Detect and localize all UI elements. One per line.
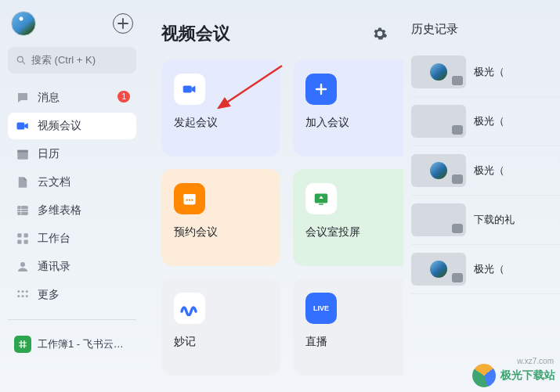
- camera-icon: [174, 74, 205, 105]
- history-panel: 历史记录 极光（ 极光（ 极光（ 下载的礼 极光（: [403, 0, 560, 392]
- svg-point-13: [17, 295, 20, 297]
- search-input[interactable]: 搜索 (Ctrl + K): [8, 47, 136, 74]
- sidebar-item-more[interactable]: 更多: [8, 282, 136, 308]
- workplace-icon: [16, 232, 30, 246]
- svg-point-22: [191, 200, 193, 201]
- card-label: 加入会议: [305, 116, 399, 130]
- sidebar-item-base[interactable]: 多维表格: [8, 197, 136, 224]
- svg-point-12: [26, 290, 28, 293]
- unread-badge: 1: [117, 91, 130, 102]
- svg-rect-3: [17, 150, 28, 153]
- search-icon: [16, 55, 27, 66]
- sidebar-item-label: 视频会议: [38, 119, 81, 133]
- card-label: 妙记: [174, 335, 268, 349]
- card-label: 发起会议: [174, 116, 268, 130]
- schedule-meeting-card[interactable]: 预约会议: [161, 169, 280, 266]
- cast-icon: [305, 183, 337, 214]
- history-item[interactable]: 极光（: [411, 97, 560, 146]
- sidebar-item-label: 消息: [38, 91, 60, 105]
- sidebar-item-label: 多维表格: [38, 203, 81, 218]
- card-label: 预约会议: [174, 225, 268, 239]
- history-label: 下载的礼: [474, 213, 515, 227]
- history-item[interactable]: 极光（: [411, 48, 560, 97]
- svg-rect-16: [18, 340, 27, 349]
- live-card[interactable]: LIVE 直播: [293, 279, 403, 376]
- svg-point-11: [22, 290, 24, 293]
- sidebar-item-video[interactable]: 视频会议: [8, 113, 136, 139]
- live-icon: LIVE: [305, 293, 337, 324]
- history-label: 极光（: [474, 262, 504, 276]
- minutes-icon: [174, 293, 205, 324]
- history-item[interactable]: 下载的礼: [411, 196, 560, 245]
- main-panel: 视频会议 发起会议 加入会议 预约会议: [144, 0, 403, 392]
- sidebar-item-label: 通讯录: [38, 260, 70, 274]
- svg-rect-1: [17, 123, 25, 130]
- sidebar-item-label: 云文档: [38, 175, 70, 189]
- card-label: 直播: [305, 335, 399, 349]
- svg-rect-4: [17, 206, 28, 215]
- svg-point-20: [186, 200, 188, 201]
- history-title: 历史记录: [411, 22, 560, 37]
- history-label: 极光（: [474, 164, 504, 178]
- minutes-card[interactable]: 妙记: [161, 279, 280, 376]
- history-list: 极光（ 极光（ 极光（ 下载的礼 极光（: [411, 48, 560, 294]
- svg-point-9: [20, 262, 25, 267]
- settings-button[interactable]: [370, 24, 389, 43]
- history-label: 极光（: [474, 114, 504, 128]
- svg-rect-6: [24, 233, 28, 237]
- base-icon: [16, 203, 30, 218]
- svg-point-15: [26, 295, 28, 297]
- plus-square-icon: [305, 74, 337, 105]
- live-badge-text: LIVE: [313, 304, 329, 312]
- history-item[interactable]: 极光（: [411, 245, 560, 294]
- more-icon: [16, 288, 30, 302]
- sidebar-item-label: 日历: [38, 147, 60, 161]
- sidebar: 搜索 (Ctrl + K) 消息 1 视频会议 日历: [0, 0, 144, 392]
- svg-rect-8: [24, 240, 28, 244]
- history-thumb: [411, 105, 466, 138]
- join-meeting-card[interactable]: 加入会议: [293, 59, 403, 156]
- meeting-cards: 发起会议 加入会议 预约会议 会议室投屏: [161, 59, 403, 382]
- contacts-icon: [16, 260, 30, 274]
- sidebar-item-contacts[interactable]: 通讯录: [8, 254, 136, 280]
- workbook-item[interactable]: 工作簿1 - 飞书云…: [8, 331, 136, 358]
- history-item[interactable]: 极光（: [411, 146, 560, 196]
- svg-point-10: [17, 290, 20, 293]
- add-button[interactable]: [113, 13, 133, 34]
- history-thumb: [411, 154, 466, 187]
- history-thumb: [411, 253, 466, 286]
- sidebar-item-label: 更多: [38, 288, 60, 302]
- spreadsheet-icon: [14, 336, 31, 353]
- divider: [8, 319, 136, 320]
- sidebar-item-messages[interactable]: 消息 1: [8, 85, 136, 111]
- svg-rect-24: [319, 203, 323, 204]
- history-label: 极光（: [474, 65, 504, 79]
- page-title: 视频会议: [161, 22, 230, 45]
- chat-icon: [16, 91, 30, 105]
- calendar-icon: [16, 147, 30, 161]
- watermark-text: 极光下载站: [500, 369, 555, 383]
- workbook-label: 工作簿1 - 飞书云…: [38, 337, 124, 351]
- sidebar-item-docs[interactable]: 云文档: [8, 169, 136, 196]
- nav: 消息 1 视频会议 日历 云文档: [8, 85, 136, 308]
- card-label: 会议室投屏: [305, 225, 399, 239]
- svg-rect-19: [184, 194, 196, 197]
- docs-icon: [16, 175, 30, 189]
- video-icon: [16, 119, 30, 133]
- svg-rect-7: [17, 240, 21, 244]
- watermark-icon: [472, 364, 496, 387]
- svg-point-0: [17, 56, 23, 62]
- cast-screen-card[interactable]: 会议室投屏: [293, 169, 403, 266]
- calendar-plus-icon: [174, 183, 205, 214]
- svg-rect-5: [17, 233, 21, 237]
- user-avatar[interactable]: [11, 11, 36, 36]
- svg-point-21: [189, 200, 190, 201]
- gear-icon: [372, 26, 388, 41]
- watermark: 极光下载站: [472, 364, 555, 387]
- search-placeholder: 搜索 (Ctrl + K): [31, 53, 96, 67]
- history-thumb: [411, 203, 466, 236]
- sidebar-item-calendar[interactable]: 日历: [8, 141, 136, 167]
- sidebar-item-workplace[interactable]: 工作台: [8, 225, 136, 252]
- start-meeting-card[interactable]: 发起会议: [161, 59, 280, 156]
- history-thumb: [411, 56, 466, 88]
